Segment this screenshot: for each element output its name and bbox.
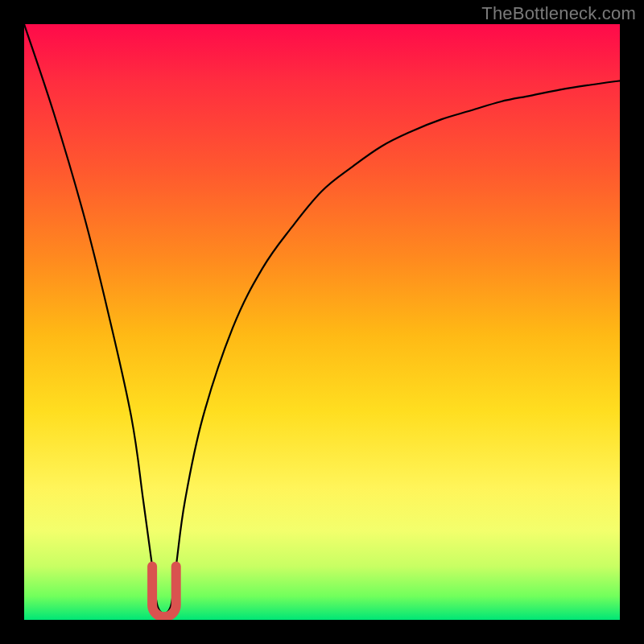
watermark-text: TheBottleneck.com xyxy=(481,3,636,24)
bottleneck-curve-path xyxy=(24,24,620,613)
chart-svg xyxy=(24,24,620,620)
optimal-u-marker xyxy=(152,566,176,617)
chart-frame: TheBottleneck.com xyxy=(0,0,644,644)
plot-area xyxy=(24,24,620,620)
